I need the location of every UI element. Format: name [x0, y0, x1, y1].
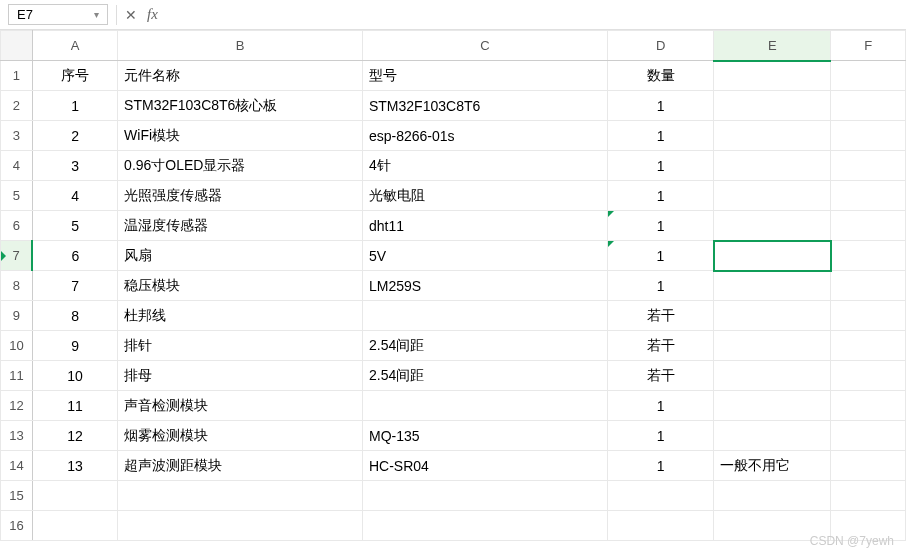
cell-A7[interactable]: 6 [32, 241, 117, 271]
row-header-6[interactable]: 6 [1, 211, 33, 241]
cell-C11[interactable]: 2.54间距 [362, 361, 607, 391]
cell-E13[interactable] [714, 421, 831, 451]
col-header-B[interactable]: B [118, 31, 363, 61]
cell-C6[interactable]: dht11 [362, 211, 607, 241]
cell-F7[interactable] [831, 241, 906, 271]
cell-F3[interactable] [831, 121, 906, 151]
cell-B10[interactable]: 排针 [118, 331, 363, 361]
cell-B5[interactable]: 光照强度传感器 [118, 181, 363, 211]
cell-D15[interactable] [607, 481, 713, 511]
cell-F15[interactable] [831, 481, 906, 511]
cell-A12[interactable]: 11 [32, 391, 117, 421]
cell-E14[interactable]: 一般不用它 [714, 451, 831, 481]
cell-F12[interactable] [831, 391, 906, 421]
cell-B13[interactable]: 烟雾检测模块 [118, 421, 363, 451]
col-header-E[interactable]: E [714, 31, 831, 61]
cell-B9[interactable]: 杜邦线 [118, 301, 363, 331]
cell-D3[interactable]: 1 [607, 121, 713, 151]
row-header-1[interactable]: 1 [1, 61, 33, 91]
cell-A16[interactable] [32, 511, 117, 541]
cell-A14[interactable]: 13 [32, 451, 117, 481]
cell-C5[interactable]: 光敏电阻 [362, 181, 607, 211]
cell-F13[interactable] [831, 421, 906, 451]
cell-A3[interactable]: 2 [32, 121, 117, 151]
cell-F2[interactable] [831, 91, 906, 121]
cell-E9[interactable] [714, 301, 831, 331]
cell-D6[interactable]: 1 [607, 211, 713, 241]
cell-E5[interactable] [714, 181, 831, 211]
cell-A9[interactable]: 8 [32, 301, 117, 331]
col-header-A[interactable]: A [32, 31, 117, 61]
fx-icon[interactable]: fx [147, 6, 158, 23]
cell-F10[interactable] [831, 331, 906, 361]
cell-D8[interactable]: 1 [607, 271, 713, 301]
cell-D11[interactable]: 若干 [607, 361, 713, 391]
cell-C16[interactable] [362, 511, 607, 541]
cell-C13[interactable]: MQ-135 [362, 421, 607, 451]
cell-C2[interactable]: STM32F103C8T6 [362, 91, 607, 121]
cell-F6[interactable] [831, 211, 906, 241]
cell-D1[interactable]: 数量 [607, 61, 713, 91]
cell-D12[interactable]: 1 [607, 391, 713, 421]
cell-E15[interactable] [714, 481, 831, 511]
cell-B7[interactable]: 风扇 [118, 241, 363, 271]
cell-F8[interactable] [831, 271, 906, 301]
cell-E8[interactable] [714, 271, 831, 301]
cell-B12[interactable]: 声音检测模块 [118, 391, 363, 421]
cell-A1[interactable]: 序号 [32, 61, 117, 91]
row-header-3[interactable]: 3 [1, 121, 33, 151]
cell-C10[interactable]: 2.54间距 [362, 331, 607, 361]
cell-E11[interactable] [714, 361, 831, 391]
cell-E4[interactable] [714, 151, 831, 181]
cell-B16[interactable] [118, 511, 363, 541]
row-header-4[interactable]: 4 [1, 151, 33, 181]
row-header-12[interactable]: 12 [1, 391, 33, 421]
cell-C8[interactable]: LM259S [362, 271, 607, 301]
cell-E6[interactable] [714, 211, 831, 241]
cell-E1[interactable] [714, 61, 831, 91]
formula-bar[interactable] [166, 13, 898, 17]
cell-D16[interactable] [607, 511, 713, 541]
cell-A15[interactable] [32, 481, 117, 511]
row-header-16[interactable]: 16 [1, 511, 33, 541]
row-header-14[interactable]: 14 [1, 451, 33, 481]
cell-F11[interactable] [831, 361, 906, 391]
cell-B14[interactable]: 超声波测距模块 [118, 451, 363, 481]
row-header-8[interactable]: 8 [1, 271, 33, 301]
cell-B1[interactable]: 元件名称 [118, 61, 363, 91]
cell-A2[interactable]: 1 [32, 91, 117, 121]
cell-E2[interactable] [714, 91, 831, 121]
cell-D13[interactable]: 1 [607, 421, 713, 451]
cell-C12[interactable] [362, 391, 607, 421]
col-header-F[interactable]: F [831, 31, 906, 61]
cell-A8[interactable]: 7 [32, 271, 117, 301]
cell-A10[interactable]: 9 [32, 331, 117, 361]
cell-A4[interactable]: 3 [32, 151, 117, 181]
row-header-15[interactable]: 15 [1, 481, 33, 511]
cell-D2[interactable]: 1 [607, 91, 713, 121]
cell-B8[interactable]: 稳压模块 [118, 271, 363, 301]
row-header-7[interactable]: 7 [1, 241, 33, 271]
cell-C14[interactable]: HC-SR04 [362, 451, 607, 481]
chevron-down-icon[interactable]: ▾ [94, 9, 99, 20]
cell-D7[interactable]: 1 [607, 241, 713, 271]
cell-F4[interactable] [831, 151, 906, 181]
cancel-icon[interactable]: ✕ [125, 7, 137, 23]
cell-F5[interactable] [831, 181, 906, 211]
row-header-11[interactable]: 11 [1, 361, 33, 391]
row-header-9[interactable]: 9 [1, 301, 33, 331]
cell-B15[interactable] [118, 481, 363, 511]
cell-B3[interactable]: WiFi模块 [118, 121, 363, 151]
col-header-D[interactable]: D [607, 31, 713, 61]
row-header-10[interactable]: 10 [1, 331, 33, 361]
cell-D4[interactable]: 1 [607, 151, 713, 181]
cell-F14[interactable] [831, 451, 906, 481]
cell-C7[interactable]: 5V [362, 241, 607, 271]
row-header-2[interactable]: 2 [1, 91, 33, 121]
cell-A5[interactable]: 4 [32, 181, 117, 211]
cell-C9[interactable] [362, 301, 607, 331]
cell-F9[interactable] [831, 301, 906, 331]
row-header-5[interactable]: 5 [1, 181, 33, 211]
cell-B2[interactable]: STM32F103C8T6核心板 [118, 91, 363, 121]
cell-A11[interactable]: 10 [32, 361, 117, 391]
